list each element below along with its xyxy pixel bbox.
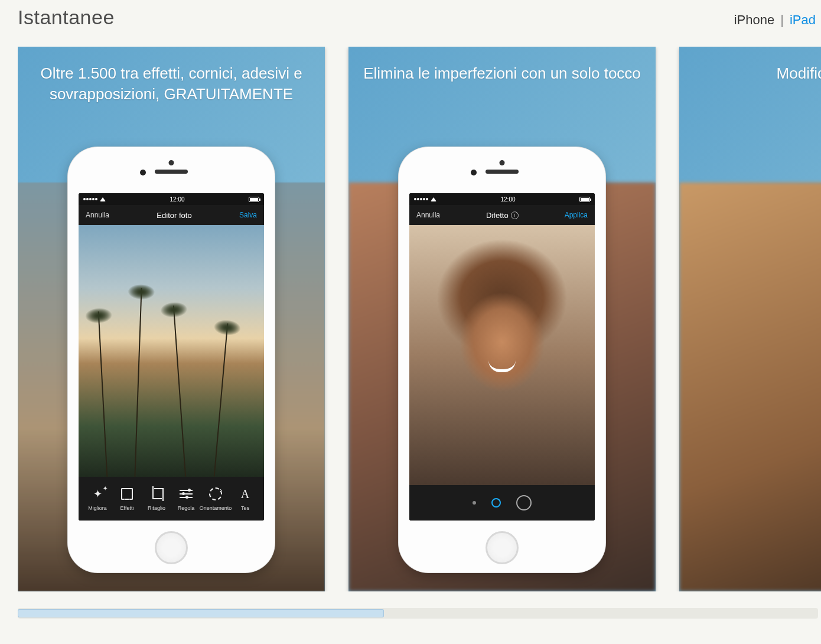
status-time: 12:00 [170,196,184,203]
slide-caption: Modifica regolab [691,63,821,84]
save-button[interactable]: Salva [239,211,257,219]
brush-size-large[interactable] [516,495,532,510]
tool-crop[interactable]: Ritaglio [142,486,171,511]
tool-label: Orientamento [200,505,232,511]
cancel-button[interactable]: Annulla [416,211,440,219]
screenshot-carousel[interactable]: Oltre 1.500 tra effetti, cornici, adesiv… [18,47,821,591]
enhance-icon [90,486,105,502]
slide-caption: Oltre 1.500 tra effetti, cornici, adesiv… [30,63,313,105]
signal-icon [414,198,428,200]
app-nav-bar: Annulla Editor foto Salva [79,205,264,225]
battery-icon [249,197,259,202]
tool-label: Effetti [120,505,134,511]
slide-bg-image [679,183,821,591]
tool-orientation[interactable]: Orientamento [201,486,230,511]
brush-size-medium[interactable] [491,498,501,508]
screenshot-2[interactable]: Elimina le imperfezioni con un solo tocc… [348,47,656,591]
tool-effects[interactable]: Effetti [113,486,141,511]
phone-screen: 12:00 Annulla Difetto i Applica [409,193,595,521]
tool-adjust[interactable]: Regola [172,486,200,511]
tool-enhance[interactable]: Migliora [83,486,112,511]
tool-text[interactable]: Tes [231,486,259,511]
adjust-icon [180,490,193,498]
proximity-sensor-icon [140,170,146,175]
app-nav-bar: Annulla Difetto i Applica [409,205,595,225]
slide-caption: Elimina le imperfezioni con un solo tocc… [360,63,644,84]
status-time: 12:00 [500,196,515,203]
info-icon[interactable]: i [511,212,519,219]
section-header: Istantanee iPhone | iPad [18,6,818,29]
screenshot-1[interactable]: Oltre 1.500 tra effetti, cornici, adesiv… [18,47,325,591]
horizontal-scrollbar-track[interactable] [18,608,818,619]
tool-label: Migliora [88,505,107,511]
device-tab-iphone[interactable]: iPhone [732,12,777,28]
phone-screen: 12:00 Annulla Editor foto Salva [79,193,264,521]
photo-canvas[interactable] [79,225,264,477]
tool-bar: Migliora Effetti Ritaglio Regola [79,477,264,521]
status-bar: 12:00 [409,193,595,205]
home-button[interactable] [486,531,519,564]
battery-icon [579,197,590,202]
brush-size-bar [409,485,595,521]
phone-mock: 12:00 Annulla Editor foto Salva [68,147,275,573]
signal-icon [83,198,97,200]
device-tab-ipad[interactable]: iPad [787,12,818,28]
effects-icon [121,488,133,500]
text-icon [237,486,253,502]
tool-label: Tes [241,505,249,511]
apply-button[interactable]: Applica [565,211,588,219]
camera-dot-icon [169,160,174,165]
wifi-icon [431,197,436,201]
status-bar: 12:00 [79,193,264,205]
photo-content-portrait [409,225,595,485]
device-tab-separator: | [780,12,784,28]
horizontal-scrollbar-thumb[interactable] [18,609,384,617]
photo-canvas[interactable] [409,225,595,485]
tool-label: Regola [178,505,195,511]
camera-dot-icon [500,160,505,165]
tool-label: Ritaglio [148,505,165,511]
nav-title: Difetto i [486,211,519,220]
wifi-icon [100,197,106,201]
home-button[interactable] [155,531,188,564]
crop-icon [151,488,162,500]
cancel-button[interactable]: Annulla [86,211,109,219]
rotate-icon [209,487,222,500]
device-tabs: iPhone | iPad [732,12,818,28]
brush-size-small[interactable] [473,501,476,505]
nav-title: Editor foto [157,211,191,220]
proximity-sensor-icon [471,170,477,175]
screenshot-3[interactable]: Modifica regolab 12:00 [679,47,821,591]
section-title: Istantanee [18,6,115,29]
photo-content-palms [79,225,264,477]
phone-mock: 12:00 Annulla Difetto i Applica [399,147,605,573]
